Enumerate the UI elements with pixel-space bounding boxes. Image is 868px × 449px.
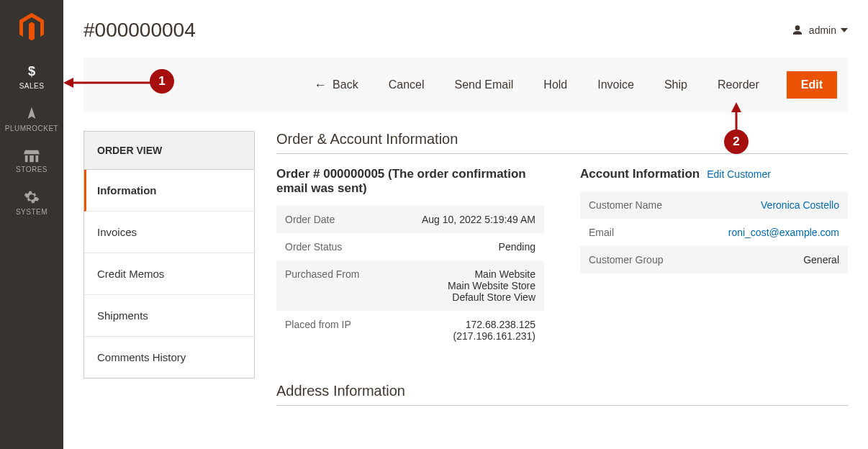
dollar-icon: $: [24, 63, 40, 79]
plumrocket-icon: [24, 106, 40, 122]
nav-sales[interactable]: $ SALES: [0, 55, 63, 97]
tab-comments-history[interactable]: Comments History: [84, 337, 254, 378]
svg-marker-4: [731, 102, 741, 112]
account-info-table: Customer Name Veronica Costello Email ro…: [580, 191, 848, 273]
row-purchased-from: Purchased From Main Website Main Website…: [276, 260, 544, 311]
send-email-button[interactable]: Send Email: [452, 74, 517, 96]
edit-customer-link[interactable]: Edit Customer: [707, 168, 771, 180]
customer-name-link[interactable]: Veronica Costello: [761, 199, 839, 211]
nav-plumrocket[interactable]: PLUMROCKET: [0, 97, 63, 140]
divider: [276, 153, 848, 154]
admin-user-menu[interactable]: admin: [792, 24, 848, 36]
nav-label: SALES: [0, 82, 63, 90]
topbar: #000000004 admin: [83, 0, 848, 58]
user-icon: [792, 24, 803, 36]
row-customer-name: Customer Name Veronica Costello: [580, 191, 848, 219]
account-info-column: Account Information Edit Customer Custom…: [580, 167, 848, 350]
nav-system[interactable]: SYSTEM: [0, 181, 63, 223]
edit-button[interactable]: Edit: [787, 71, 837, 99]
magento-logo: [17, 13, 46, 42]
chevron-down-icon: [841, 27, 848, 34]
tab-credit-memos[interactable]: Credit Memos: [84, 253, 254, 295]
annotation-badge-2: 2: [724, 130, 749, 154]
ship-button[interactable]: Ship: [661, 74, 690, 96]
back-button[interactable]: ← Back: [311, 73, 361, 97]
page-title: #000000004: [83, 19, 196, 42]
cancel-button[interactable]: Cancel: [386, 74, 428, 96]
admin-sidebar: $ SALES PLUMROCKET STORES SYSTEM: [0, 0, 63, 449]
nav-label: SYSTEM: [0, 208, 63, 216]
row-customer-group: Customer Group General: [580, 246, 848, 273]
svg-text:$: $: [28, 63, 35, 78]
back-arrow-icon: ←: [314, 78, 327, 93]
order-info-column: Order # 000000005 (The order confirmatio…: [276, 167, 544, 350]
stores-icon: [24, 148, 40, 163]
tab-information[interactable]: Information: [84, 170, 254, 212]
invoice-button[interactable]: Invoice: [595, 74, 637, 96]
divider: [276, 405, 848, 406]
account-heading: Account Information Edit Customer: [580, 167, 848, 181]
section-address-title: Address Information: [276, 383, 848, 399]
admin-user-label: admin: [809, 24, 836, 36]
customer-email-link[interactable]: roni_cost@example.com: [728, 227, 839, 238]
annotation-badge-1: 1: [150, 69, 174, 94]
annotation-arrow-2: [725, 102, 747, 131]
row-order-date: Order Date Aug 10, 2022 5:19:49 AM: [276, 206, 544, 233]
tab-invoices[interactable]: Invoices: [84, 212, 254, 253]
annotation-arrow-1: [63, 72, 153, 94]
order-heading: Order # 000000005 (The order confirmatio…: [276, 167, 544, 196]
order-view-panel: ORDER VIEW Information Invoices Credit M…: [83, 131, 255, 378]
svg-marker-2: [63, 78, 73, 88]
row-customer-email: Email roni_cost@example.com: [580, 219, 848, 246]
order-view-heading: ORDER VIEW: [84, 132, 254, 170]
nav-stores[interactable]: STORES: [0, 140, 63, 181]
gear-icon: [24, 189, 40, 205]
row-order-status: Order Status Pending: [276, 233, 544, 260]
reorder-button[interactable]: Reorder: [715, 74, 762, 96]
nav-label: PLUMROCKET: [0, 124, 63, 132]
hold-button[interactable]: Hold: [541, 74, 570, 96]
nav-label: STORES: [0, 165, 63, 173]
order-info-table: Order Date Aug 10, 2022 5:19:49 AM Order…: [276, 206, 544, 350]
tab-shipments[interactable]: Shipments: [84, 295, 254, 337]
row-placed-ip: Placed from IP 172.68.238.125 (217.196.1…: [276, 311, 544, 350]
section-order-account-title: Order & Account Information: [276, 131, 848, 148]
